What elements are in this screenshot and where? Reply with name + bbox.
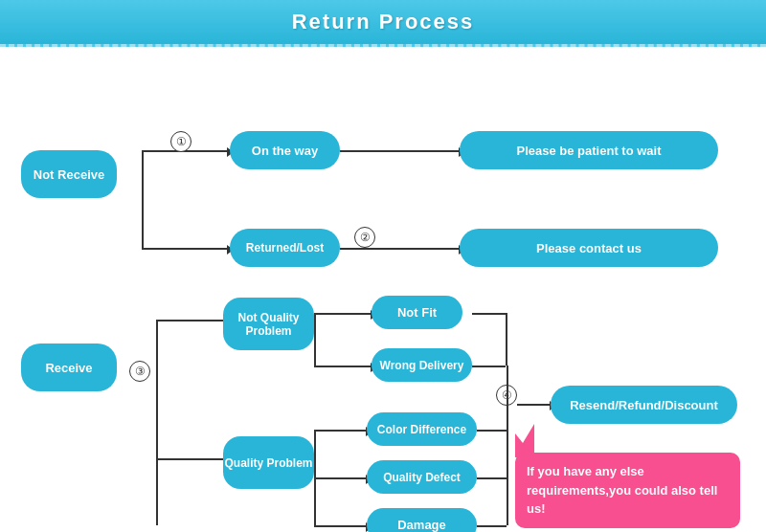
damage-node: Damage (367, 508, 477, 532)
speech-bubble: If you have any else requirements,you co… (515, 453, 740, 528)
returned-lost-node: Returned/Lost (230, 229, 340, 267)
line-to-resend (517, 404, 551, 406)
not-quality-node: Not Quality Problem (223, 298, 314, 350)
vline-top-converge (506, 313, 507, 366)
receive-node: Receive (21, 344, 117, 391)
line-to-color-diff (314, 430, 367, 432)
branch-not-quality (314, 313, 316, 366)
line-to-damage (314, 525, 367, 527)
color-difference-node: Color Difference (367, 412, 477, 446)
quality-defect-node: Quality Defect (367, 460, 477, 494)
circle-3: ③ (129, 361, 150, 382)
line-notfit-right (472, 313, 506, 315)
bracket-left-top (142, 150, 144, 248)
on-the-way-node: On the way (230, 131, 340, 169)
vline-bottom-converge (507, 430, 508, 525)
line-damage-right (477, 525, 507, 527)
circle-1: ① (170, 131, 192, 152)
line-to-not-quality (156, 320, 223, 321)
line-to-quality (156, 458, 223, 460)
please-wait-node: Please be patient to wait (460, 131, 718, 169)
vline-center-connect (507, 366, 508, 431)
line-to-wrong-delivery (314, 366, 372, 367)
bracket-left-bottom (156, 320, 158, 525)
line-to-quality-defect (314, 477, 367, 479)
not-fit-node: Not Fit (372, 296, 462, 329)
please-contact-node: Please contact us (460, 229, 718, 267)
line-colordiff-right (477, 430, 507, 432)
circle-2: ② (354, 227, 375, 248)
line-wrongdel-right (472, 366, 506, 367)
wrong-delivery-node: Wrong Delivery (372, 348, 472, 382)
line-ontheway-to-wait (340, 150, 460, 152)
quality-problem-node: Quality Problem (223, 436, 314, 489)
line-to-not-fit (314, 313, 372, 315)
page-title: Return Process (292, 10, 475, 33)
line-qualitydefect-right (477, 477, 507, 479)
resend-node: Resend/Refund/Discount (551, 386, 737, 424)
main-content: Not Receive ① On the way Please be patie… (0, 47, 766, 532)
page-header: Return Process (0, 0, 766, 47)
not-receive-node: Not Receive (21, 150, 117, 198)
line-returned-to-contact (340, 248, 460, 250)
line-to-returned (142, 248, 228, 250)
